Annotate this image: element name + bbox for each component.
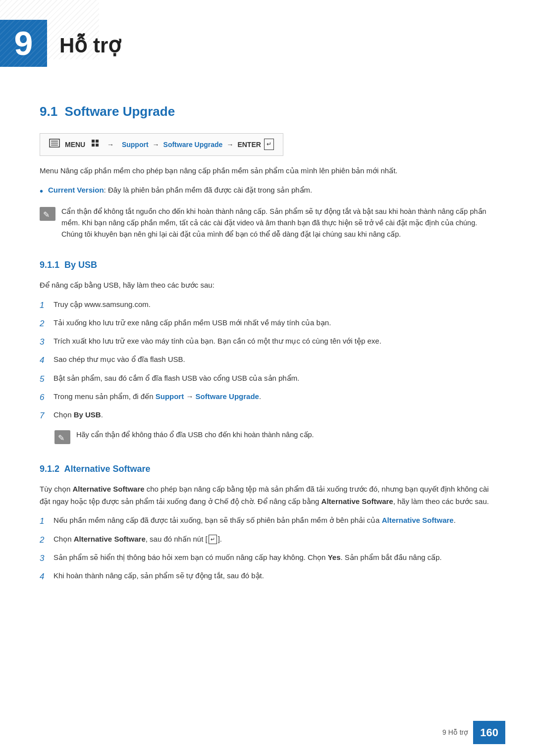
note-text-1: Cẩn thận để không tắt nguồn cho đến khi … — [61, 206, 495, 241]
menu-icon — [49, 139, 60, 151]
note-icon-2 — [54, 430, 70, 444]
usb-steps-list: 1 Truy cập www.samsung.com. 2 Tải xuống … — [40, 299, 495, 422]
svg-rect-6 — [92, 144, 95, 147]
note-box-2: Hãy cẩn thận để không tháo ổ đĩa USB cho… — [54, 429, 495, 444]
grid-icon-menu — [91, 139, 99, 150]
step-num: 1 — [40, 514, 54, 528]
step-text: Khi hoàn thành nâng cấp, sản phẩm sẽ tự … — [54, 570, 264, 582]
menu-path: MENU → Support → Software Upgrade → ENTE… — [40, 133, 283, 156]
svg-rect-4 — [92, 140, 95, 143]
main-content: 9.1 Software Upgrade MENU → Support — [0, 77, 535, 620]
note-icon — [40, 207, 55, 221]
page-number: 160 — [473, 721, 505, 744]
software-upgrade-label: Software Upgrade — [163, 139, 223, 150]
list-item: 4 Khi hoàn thành nâng cấp, sản phẩm sẽ t… — [40, 570, 495, 583]
enter-icon-inline: ↵ — [209, 535, 217, 545]
step-num: 2 — [40, 317, 54, 330]
enter-icon: ↵ — [264, 139, 274, 150]
step-num: 4 — [40, 353, 54, 367]
list-item: 2 Chọn Alternative Software, sau đó nhấn… — [40, 533, 495, 547]
page-footer: 9 Hỗ trợ 160 — [442, 721, 505, 744]
step-num: 1 — [40, 299, 54, 312]
section-9-1-1-intro: Để nâng cấp bằng USB, hãy làm theo các b… — [40, 279, 495, 292]
enter-label: ENTER — [237, 139, 261, 150]
list-item: 4 Sao chép thư mục vào ổ đĩa flash USB. — [40, 353, 495, 367]
menu-label: MENU — [65, 139, 85, 150]
current-version-text: : Đây là phiên bản phần mềm đã được cài … — [104, 186, 313, 194]
list-item: 1 Nếu phần mềm nâng cấp đã được tải xuốn… — [40, 514, 495, 528]
step-text: Nếu phần mềm nâng cấp đã được tải xuống,… — [54, 514, 456, 526]
section-9-1-title: 9.1 Software Upgrade — [40, 101, 495, 122]
list-item: • Current Version: Đây là phiên bản phần… — [40, 184, 495, 199]
chapter-number: 9 — [0, 20, 47, 67]
current-version-label: Current Version — [48, 186, 104, 194]
bullet-text: Current Version: Đây là phiên bản phần m… — [48, 184, 312, 196]
svg-rect-5 — [96, 140, 99, 143]
list-item: 2 Tải xuống kho lưu trữ exe nâng cấp phầ… — [40, 317, 495, 330]
arrow-2: → — [153, 139, 160, 150]
bullet-list: • Current Version: Đây là phiên bản phần… — [40, 184, 495, 199]
list-item: 7 Chọn By USB. — [40, 409, 495, 422]
footer-text: 9 Hỗ trợ — [442, 727, 468, 738]
bullet-dot: • — [40, 183, 43, 199]
note-box-1: Cẩn thận để không tắt nguồn cho đến khi … — [40, 206, 495, 241]
chapter-header: 9 Hỗ trợ — [0, 0, 535, 77]
list-item: 5 Bật sản phẩm, sau đó cắm ổ đĩa flash U… — [40, 372, 495, 386]
step-text: Chọn By USB. — [54, 409, 103, 421]
section-9-1-2-intro: Tùy chọn Alternative Software cho phép b… — [40, 483, 495, 508]
svg-rect-7 — [96, 144, 99, 147]
step-text: Bật sản phẩm, sau đó cắm ổ đĩa flash USB… — [54, 372, 299, 384]
step-text: Truy cập www.samsung.com. — [54, 299, 151, 310]
list-item: 3 Sản phẩm sẽ hiển thị thông báo hỏi xem… — [40, 552, 495, 565]
arrow-3: → — [226, 139, 233, 150]
step-text: Sản phẩm sẽ hiển thị thông báo hỏi xem b… — [54, 552, 442, 563]
step-num: 2 — [40, 533, 54, 547]
support-label: Support — [122, 139, 149, 150]
step-num: 3 — [40, 335, 54, 349]
chapter-title: Hỗ trợ — [47, 20, 121, 62]
section-9-1-1-title: 9.1.1 By USB — [40, 258, 495, 272]
alt-software-steps-list: 1 Nếu phần mềm nâng cấp đã được tải xuốn… — [40, 514, 495, 583]
step-num: 4 — [40, 570, 54, 583]
note-text-2: Hãy cẩn thận để không tháo ổ đĩa USB cho… — [76, 429, 314, 441]
step-text: Trong menu sản phẩm, đi đến Support → So… — [54, 391, 261, 403]
list-item: 6 Trong menu sản phẩm, đi đến Support → … — [40, 391, 495, 404]
step-num: 5 — [40, 372, 54, 386]
step-num: 3 — [40, 552, 54, 565]
arrow-1: → — [107, 139, 114, 150]
step-num: 6 — [40, 391, 54, 404]
step-text: Trích xuất kho lưu trữ exe vào máy tính … — [54, 335, 381, 347]
step-num: 7 — [40, 409, 54, 422]
step-text: Chọn Alternative Software, sau đó nhấn n… — [54, 533, 222, 545]
step-text: Tải xuống kho lưu trữ exe nâng cấp phần … — [54, 317, 331, 329]
section-9-1-intro: Menu Nâng cấp phần mềm cho phép bạn nâng… — [40, 165, 495, 177]
section-9-1-2-title: 9.1.2 Alternative Software — [40, 462, 495, 476]
step-text: Sao chép thư mục vào ổ đĩa flash USB. — [54, 353, 185, 365]
list-item: 3 Trích xuất kho lưu trữ exe vào máy tín… — [40, 335, 495, 349]
list-item: 1 Truy cập www.samsung.com. — [40, 299, 495, 312]
